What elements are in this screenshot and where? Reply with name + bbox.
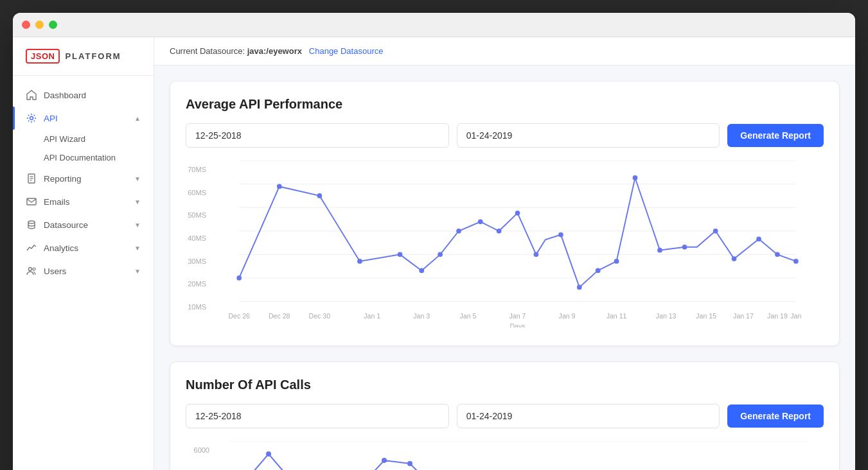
logo-text: JSON: [31, 51, 55, 61]
content-area: Average API Performance Generate Report …: [154, 65, 855, 470]
sidebar-item-label: Analytics: [44, 243, 134, 253]
date-from-input-1[interactable]: [186, 123, 449, 148]
svg-point-25: [478, 219, 483, 224]
platform-text: PLATFORM: [65, 51, 121, 61]
titlebar: [13, 13, 855, 37]
y-axis-1: 70MS 60MS 50MS 40MS 30MS 20MS 10MS: [186, 161, 211, 330]
svg-point-32: [614, 259, 619, 264]
y-axis-2: 6000 5000: [186, 441, 215, 470]
sidebar-item-label: Datasource: [44, 220, 134, 230]
gear-icon: [26, 112, 37, 124]
sidebar-item-label: API: [44, 114, 134, 123]
svg-point-35: [682, 245, 687, 250]
svg-point-38: [756, 236, 761, 241]
generate-report-btn-2[interactable]: Generate Report: [727, 405, 824, 428]
sidebar-item-reporting[interactable]: Reporting ▼: [13, 167, 154, 190]
chart1-area: Dec 26 Dec 28 Dec 30 Jan 1 Jan 3 Jan 5 J…: [211, 161, 824, 330]
card-title-2: Number Of API Calls: [186, 378, 824, 392]
sidebar-item-label: Reporting: [44, 174, 134, 184]
file-icon: [26, 173, 37, 184]
date-to-input-2[interactable]: [457, 404, 720, 428]
sidebar-item-label: Users: [44, 266, 134, 276]
change-datasource-link[interactable]: Change Datasource: [309, 46, 384, 56]
svg-point-26: [497, 229, 502, 234]
api-calls-card: Number Of API Calls Generate Report 6000…: [170, 361, 840, 470]
svg-text:Jan 15: Jan 15: [696, 312, 716, 320]
close-btn[interactable]: [22, 21, 30, 29]
avg-api-performance-card: Average API Performance Generate Report …: [170, 81, 840, 346]
users-icon: [26, 265, 37, 277]
topbar: Current Datasource: java:/eyeworx Change…: [154, 37, 855, 65]
chevron-down-icon: ▼: [134, 222, 141, 229]
maximize-btn[interactable]: [49, 21, 57, 29]
sidebar-item-datasource[interactable]: Datasource ▼: [13, 213, 154, 236]
logo-area: JSON PLATFORM: [13, 37, 154, 76]
minimize-btn[interactable]: [35, 21, 44, 29]
logo-box: JSON: [26, 49, 60, 64]
svg-text:Jan 9: Jan 9: [559, 312, 576, 320]
svg-point-31: [596, 268, 601, 274]
svg-point-39: [775, 252, 780, 257]
datasource-label: Current Datasource:: [170, 46, 245, 56]
svg-text:Jan 17: Jan 17: [733, 312, 754, 320]
svg-point-37: [732, 256, 737, 261]
date-from-input-2[interactable]: [186, 404, 449, 428]
home-icon: [26, 89, 37, 101]
sidebar-item-emails[interactable]: Emails ▼: [13, 190, 154, 213]
date-to-input-1[interactable]: [457, 123, 720, 148]
svg-point-21: [398, 252, 403, 257]
svg-point-20: [357, 259, 362, 264]
svg-text:Jan 5: Jan 5: [460, 312, 477, 320]
svg-text:Days: Days: [509, 322, 525, 327]
card-title-1: Average API Performance: [186, 97, 824, 112]
chevron-down-icon: ▼: [134, 175, 141, 182]
chevron-up-icon: ▲: [134, 115, 141, 122]
sidebar-item-dashboard[interactable]: Dashboard: [13, 83, 154, 107]
sidebar-item-api-documentation[interactable]: API Documentation: [13, 148, 154, 167]
sidebar-item-api-wizard[interactable]: API Wizard: [13, 130, 154, 148]
svg-text:Dec 30: Dec 30: [309, 312, 331, 320]
main-nav: Dashboard API ▲ API Wizard: [13, 76, 154, 470]
svg-text:Jan 7: Jan 7: [509, 312, 526, 320]
svg-point-27: [515, 211, 520, 216]
svg-point-60: [266, 451, 271, 457]
chevron-down-icon: ▼: [134, 198, 141, 205]
chart-icon: [26, 242, 37, 254]
database-icon: [26, 219, 37, 231]
sidebar-item-api[interactable]: API ▲: [13, 107, 154, 130]
svg-text:Dec 26: Dec 26: [228, 312, 250, 320]
app-body: JSON PLATFORM Dashboard: [13, 37, 855, 470]
app-window: JSON PLATFORM Dashboard: [13, 13, 855, 470]
svg-point-24: [456, 229, 461, 234]
svg-point-33: [633, 175, 638, 180]
svg-point-6: [28, 221, 35, 223]
sidebar-item-users[interactable]: Users ▼: [13, 259, 154, 283]
sidebar: JSON PLATFORM Dashboard: [13, 37, 154, 470]
svg-point-19: [317, 193, 323, 198]
svg-point-36: [713, 229, 718, 234]
chart2-area: [215, 441, 824, 470]
svg-point-63: [382, 458, 387, 463]
main-content: Current Datasource: java:/eyeworx Change…: [154, 37, 855, 470]
datasource-value: java:/eyeworx: [247, 46, 302, 56]
svg-point-30: [577, 285, 582, 290]
api-submenu: API Wizard API Documentation: [13, 130, 154, 167]
svg-text:Jan 1: Jan 1: [364, 312, 380, 320]
envelope-icon: [26, 196, 37, 207]
sidebar-item-analytics[interactable]: Analytics ▼: [13, 236, 154, 259]
svg-text:Jan 11: Jan 11: [607, 312, 627, 320]
svg-point-29: [558, 232, 563, 238]
sidebar-item-label: Dashboard: [44, 91, 141, 100]
svg-point-17: [236, 275, 242, 281]
generate-report-btn-1[interactable]: Generate Report: [727, 124, 824, 147]
chart1-svg: Dec 26 Dec 28 Dec 30 Jan 1 Jan 3 Jan 5 J…: [211, 161, 824, 327]
svg-text:Jan 3: Jan 3: [413, 312, 430, 320]
svg-point-18: [277, 184, 282, 189]
svg-rect-5: [27, 198, 36, 205]
svg-text:Jan 19: Jan 19: [767, 312, 788, 320]
svg-point-34: [657, 248, 662, 253]
svg-point-40: [793, 259, 799, 264]
date-row-2: Generate Report: [186, 404, 824, 428]
svg-text:Jan: Jan: [790, 312, 801, 320]
sidebar-item-label: Emails: [44, 197, 134, 207]
